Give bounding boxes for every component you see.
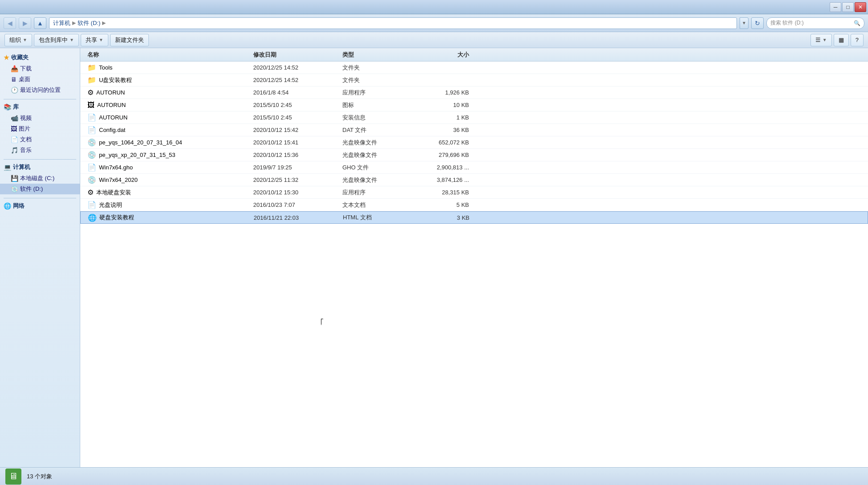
file-icon: 📁 [87,63,96,72]
documents-icon: 📄 [11,136,18,143]
library-label: 库 [13,103,19,111]
col-header-size[interactable]: 大小 [414,51,476,59]
file-icon: ⚙ [87,188,94,197]
file-icon: 📄 [87,163,96,172]
sidebar-item-desktop-label: 桌面 [19,75,30,83]
library-icon: 📚 [4,103,11,111]
file-name-text: U盘安装教程 [99,76,132,84]
file-name-text: Win7x64.gho [99,164,133,171]
file-name-text: 光盘说明 [99,201,122,209]
status-count: 13 个对象 [27,473,52,481]
table-row[interactable]: 📄 Win7x64.gho 2019/9/7 19:25 GHO 文件 2,90… [80,161,868,174]
new-folder-label: 新建文件夹 [115,36,144,44]
forward-button[interactable]: ▶ [19,17,31,29]
breadcrumb-computer[interactable]: 计算机 [53,19,70,27]
file-type: 文件夹 [342,76,414,84]
sidebar-item-desktop[interactable]: 🖥 桌面 [0,74,80,85]
sidebar-item-documents-label: 文档 [20,136,32,144]
share-button[interactable]: 共享 ▼ [81,34,108,46]
table-row[interactable]: 📁 Tools 2020/12/25 14:52 文件夹 [80,62,868,74]
file-type: 应用程序 [342,89,414,97]
recent-icon: 🕐 [11,86,18,94]
sidebar-item-c-drive[interactable]: 💾 本地磁盘 (C:) [0,173,80,184]
sidebar-item-video-label: 视频 [20,114,32,122]
file-date: 2016/1/8 4:54 [253,89,342,96]
col-header-date[interactable]: 修改日期 [253,51,342,59]
sidebar-item-music-label: 音乐 [20,146,32,154]
file-type: 安装信息 [342,114,414,122]
video-icon: 📹 [11,115,18,122]
add-to-library-button[interactable]: 包含到库中 ▼ [34,34,79,46]
library-header[interactable]: 📚 库 [0,101,80,113]
sidebar-item-download[interactable]: 📥 下载 [0,63,80,74]
file-size: 2,900,813 ... [414,164,476,171]
c-drive-icon: 💾 [11,175,18,182]
sidebar-item-video[interactable]: 📹 视频 [0,113,80,123]
view-chevron: ▼ [823,37,827,42]
close-button[interactable]: ✕ [855,2,866,12]
table-row[interactable]: ⚙ AUTORUN 2016/1/8 4:54 应用程序 1,926 KB [80,86,868,99]
sidebar-item-music[interactable]: 🎵 音乐 [0,145,80,156]
sidebar-div3 [4,198,76,198]
search-bar[interactable]: 搜索 软件 (D:) 🔍 [766,17,864,29]
network-section: 🌐 网络 [0,200,80,212]
breadcrumb-drive[interactable]: 软件 (D:) [78,19,100,27]
table-row[interactable]: 📄 光盘说明 2016/10/23 7:07 文本文档 5 KB [80,199,868,211]
table-row[interactable]: 💿 Win7x64_2020 2020/12/25 11:32 光盘映像文件 3… [80,174,868,186]
back-button[interactable]: ◀ [4,17,16,29]
status-app-icon: 🖥 [5,469,21,485]
table-row[interactable]: 💿 pe_yqs_1064_20_07_31_16_04 2020/10/12 … [80,136,868,149]
file-date: 2019/9/7 19:25 [253,164,342,171]
table-row[interactable]: 📄 AUTORUN 2015/5/10 2:45 安装信息 1 KB [80,111,868,124]
sidebar-item-documents[interactable]: 📄 文档 [0,134,80,145]
organize-button[interactable]: 组织 ▼ [4,34,32,46]
file-name-text: AUTORUN [96,89,125,96]
breadcrumb-sep2: ▶ [102,20,106,26]
address-dropdown[interactable]: ▼ [740,17,749,29]
file-date: 2016/10/23 7:07 [253,201,342,208]
sidebar-item-recent[interactable]: 🕐 最近访问的位置 [0,85,80,95]
view-button[interactable]: ☰ ▼ [810,34,832,46]
file-date: 2020/10/12 15:41 [253,139,342,146]
table-row[interactable]: 🖼 AUTORUN 2015/5/10 2:45 图标 10 KB [80,99,868,111]
file-icon: 📄 [87,201,96,209]
table-row[interactable]: ⚙ 本地硬盘安装 2020/10/12 15:30 应用程序 28,315 KB [80,186,868,199]
file-name-text: 本地硬盘安装 [96,189,131,197]
sidebar-item-d-drive[interactable]: 💿 软件 (D:) [0,184,80,194]
help-button[interactable]: ? [851,34,864,46]
network-header[interactable]: 🌐 网络 [0,200,80,212]
file-date: 2020/12/25 11:32 [253,177,342,183]
favorites-header[interactable]: ★ 收藏夹 [0,52,80,63]
refresh-button[interactable]: ↻ [751,17,764,29]
col-header-type[interactable]: 类型 [342,51,414,59]
file-size: 1 KB [414,114,476,121]
col-header-name[interactable]: 名称 [84,51,253,59]
favorites-label: 收藏夹 [11,53,29,62]
new-folder-button[interactable]: 新建文件夹 [110,34,149,46]
sidebar-item-pictures[interactable]: 🖼 图片 [0,123,80,134]
table-row[interactable]: 🌐 硬盘安装教程 2016/11/21 22:03 HTML 文档 3 KB [80,211,868,224]
table-row[interactable]: 💿 pe_yqs_xp_20_07_31_15_53 2020/10/12 15… [80,149,868,161]
sidebar-item-c-drive-label: 本地磁盘 (C:) [20,174,54,182]
computer-header[interactable]: 💻 计算机 [0,161,80,173]
file-icon: 💿 [87,138,96,147]
file-size: 1,926 KB [414,89,476,96]
file-date: 2020/12/25 14:52 [253,64,342,71]
maximize-button[interactable]: □ [842,2,854,12]
file-name-text: pe_yqs_xp_20_07_31_15_53 [99,152,175,158]
file-type: 图标 [342,101,414,109]
minimize-button[interactable]: ─ [830,2,841,12]
file-icon: 🌐 [88,214,97,222]
up-button[interactable]: ▲ [34,17,46,29]
table-row[interactable]: 📄 Config.dat 2020/10/12 15:42 DAT 文件 36 … [80,124,868,136]
file-date: 2020/10/12 15:42 [253,127,342,133]
preview-button[interactable]: ▦ [834,34,849,46]
download-icon: 📥 [11,65,18,72]
file-size: 279,696 KB [414,152,476,158]
organize-chevron: ▼ [23,37,27,42]
file-name-text: Config.dat [99,127,125,133]
file-icon: 💿 [87,151,96,159]
table-row[interactable]: 📁 U盘安装教程 2020/12/25 14:52 文件夹 [80,74,868,86]
statusbar: 🖥 13 个对象 [0,467,868,485]
breadcrumb-bar: 计算机 ▶ 软件 (D:) ▶ [49,17,737,29]
